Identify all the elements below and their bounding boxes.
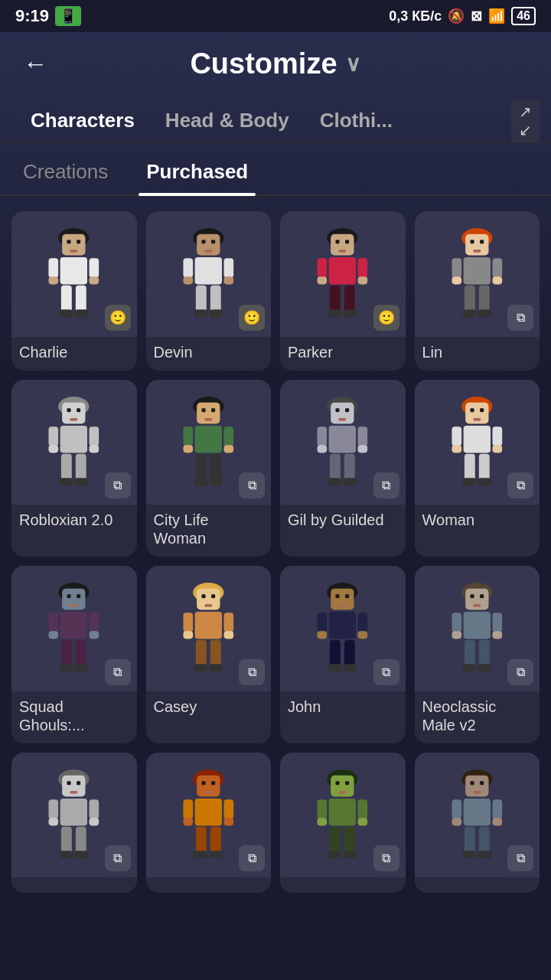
back-button[interactable]: ← bbox=[23, 50, 47, 78]
char-card-parker[interactable]: 🙂 Parker bbox=[280, 211, 406, 371]
char-name-bottom2 bbox=[146, 877, 272, 893]
copy-badge: ⧉ bbox=[507, 305, 533, 331]
char-card-charlie[interactable]: 🙂 Charlie bbox=[11, 211, 137, 371]
svg-rect-16 bbox=[201, 240, 205, 244]
svg-rect-78 bbox=[183, 445, 193, 452]
svg-rect-125 bbox=[75, 664, 89, 671]
char-name-bottom3 bbox=[280, 877, 406, 893]
tab-clothing[interactable]: Clothi... bbox=[305, 100, 408, 142]
tab-characters[interactable]: Characters bbox=[15, 100, 150, 142]
svg-rect-138 bbox=[194, 664, 207, 671]
expand-button[interactable]: ↗↙ bbox=[511, 100, 540, 142]
svg-rect-143 bbox=[346, 595, 350, 599]
char-image-bottom4: ⧉ bbox=[415, 753, 540, 878]
svg-rect-18 bbox=[204, 250, 212, 253]
char-card-bottom4[interactable]: ⧉ bbox=[415, 753, 540, 893]
svg-rect-34 bbox=[318, 259, 328, 278]
copy-badge: ⧉ bbox=[373, 472, 399, 498]
svg-rect-77 bbox=[223, 426, 233, 446]
tab-purchased[interactable]: Purchased bbox=[139, 146, 256, 194]
svg-rect-27 bbox=[210, 309, 223, 317]
sub-tabs: Creations Purchased bbox=[0, 146, 551, 196]
char-image-bottom2: ⧉ bbox=[146, 753, 272, 878]
svg-rect-200 bbox=[339, 791, 347, 794]
svg-rect-122 bbox=[61, 640, 72, 667]
char-card-gil[interactable]: ⧉ Gil by Guilded bbox=[280, 380, 406, 557]
svg-rect-4 bbox=[70, 250, 78, 253]
svg-rect-151 bbox=[344, 640, 355, 667]
char-name-charlie: Charlie bbox=[11, 337, 137, 371]
svg-rect-145 bbox=[329, 612, 356, 639]
svg-rect-95 bbox=[344, 453, 355, 480]
svg-rect-54 bbox=[462, 309, 476, 317]
char-image-lin: ⧉ bbox=[415, 211, 540, 337]
header: ← Customize ∨ bbox=[0, 32, 551, 100]
char-card-casey[interactable]: ⧉ Casey bbox=[146, 566, 272, 743]
svg-rect-81 bbox=[210, 453, 221, 480]
svg-rect-62 bbox=[49, 426, 59, 446]
svg-rect-149 bbox=[358, 632, 368, 639]
dropdown-chevron[interactable]: ∨ bbox=[345, 51, 361, 77]
char-card-bottom2[interactable]: ⧉ bbox=[146, 753, 272, 893]
svg-rect-51 bbox=[492, 277, 502, 285]
svg-rect-110 bbox=[462, 478, 476, 485]
copy-badge: ⧉ bbox=[507, 659, 533, 685]
svg-rect-164 bbox=[465, 640, 475, 667]
main-tabs: Characters Head & Body Clothi... ↗↙ bbox=[0, 100, 551, 142]
status-icons: 0,3 КБ/с 🔕 ⊠ 📶 46 bbox=[389, 7, 536, 25]
char-card-bottom1[interactable]: ⧉ bbox=[11, 753, 137, 893]
svg-rect-97 bbox=[344, 478, 357, 485]
svg-rect-37 bbox=[358, 277, 368, 285]
svg-rect-187 bbox=[195, 799, 222, 825]
svg-rect-117 bbox=[60, 612, 87, 639]
smiley-badge: 🙂 bbox=[373, 305, 399, 331]
svg-rect-59 bbox=[77, 408, 81, 412]
svg-rect-13 bbox=[75, 309, 89, 317]
char-card-bottom3[interactable]: ⧉ bbox=[280, 753, 406, 893]
tab-creations[interactable]: Creations bbox=[15, 146, 116, 194]
char-card-city-life-woman[interactable]: ⧉ City Life Woman bbox=[146, 380, 272, 557]
svg-rect-107 bbox=[492, 445, 502, 452]
char-card-john[interactable]: ⧉ John bbox=[280, 566, 406, 743]
svg-rect-156 bbox=[470, 595, 474, 599]
char-name-devin: Devin bbox=[146, 337, 272, 371]
svg-rect-181 bbox=[75, 851, 89, 858]
char-card-devin[interactable]: 🙂 Devin bbox=[146, 211, 272, 371]
svg-rect-67 bbox=[76, 453, 86, 480]
char-card-squad-ghouls[interactable]: ⧉ Squad Ghouls:... bbox=[11, 566, 137, 743]
svg-rect-163 bbox=[492, 632, 502, 639]
svg-rect-188 bbox=[183, 799, 193, 818]
svg-rect-130 bbox=[204, 604, 212, 607]
svg-rect-217 bbox=[492, 799, 502, 818]
svg-rect-32 bbox=[339, 250, 347, 253]
svg-rect-190 bbox=[183, 818, 193, 825]
char-card-neoclassic[interactable]: ⧉ Neoclassic Male v2 bbox=[415, 566, 540, 743]
svg-rect-173 bbox=[60, 799, 87, 825]
char-card-woman[interactable]: ⧉ Woman bbox=[415, 380, 540, 557]
svg-rect-204 bbox=[318, 818, 328, 825]
svg-rect-41 bbox=[344, 309, 357, 317]
svg-rect-53 bbox=[479, 286, 490, 312]
svg-rect-94 bbox=[330, 453, 341, 480]
tab-head-body[interactable]: Head & Body bbox=[150, 100, 305, 142]
svg-rect-102 bbox=[473, 418, 481, 421]
svg-rect-25 bbox=[210, 286, 221, 312]
char-name-bottom4 bbox=[415, 877, 540, 893]
svg-rect-114 bbox=[67, 595, 71, 599]
svg-rect-150 bbox=[330, 640, 341, 667]
svg-rect-153 bbox=[344, 664, 357, 671]
char-card-robloxian[interactable]: ⧉ Robloxian 2.0 bbox=[11, 380, 137, 557]
svg-rect-11 bbox=[76, 286, 86, 312]
copy-badge: ⧉ bbox=[239, 659, 265, 685]
svg-rect-171 bbox=[77, 781, 81, 785]
char-card-lin[interactable]: ⧉ Lin bbox=[415, 211, 540, 371]
svg-rect-192 bbox=[196, 826, 207, 853]
svg-rect-221 bbox=[479, 826, 490, 853]
char-image-devin: 🙂 bbox=[146, 211, 272, 337]
copy-badge: ⧉ bbox=[239, 472, 265, 498]
svg-rect-194 bbox=[194, 851, 207, 858]
expand-icon: ↗↙ bbox=[519, 103, 532, 139]
char-image-charlie: 🙂 bbox=[11, 211, 137, 337]
char-name-parker: Parker bbox=[280, 337, 406, 371]
svg-rect-50 bbox=[452, 277, 461, 285]
